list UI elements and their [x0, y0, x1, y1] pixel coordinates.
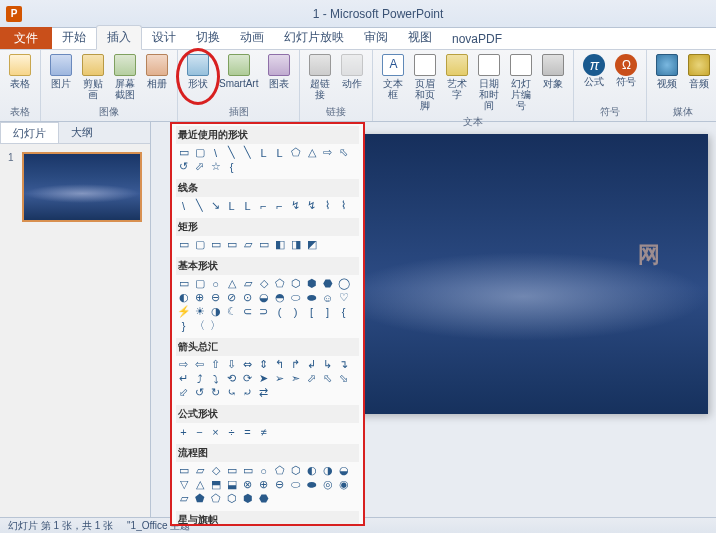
album-button[interactable]: 相册 [141, 52, 173, 103]
shape-option[interactable]: ⇔ [240, 358, 255, 371]
tab-file[interactable]: 文件 [0, 27, 52, 49]
shape-option[interactable]: ⬒ [208, 478, 223, 491]
shape-option[interactable]: ⬬ [304, 478, 319, 491]
shape-option[interactable]: ↴ [336, 358, 351, 371]
shape-option[interactable]: ⊂ [240, 305, 255, 318]
shape-option[interactable]: ◒ [256, 291, 271, 304]
shape-option[interactable]: ▭ [176, 238, 191, 251]
shape-option[interactable]: ☀ [192, 305, 207, 318]
shape-option[interactable]: { [336, 305, 351, 318]
shape-option[interactable]: ⬠ [288, 146, 303, 159]
shape-option[interactable]: ⇦ [192, 358, 207, 371]
shape-option[interactable]: ↰ [272, 358, 287, 371]
tab-transitions[interactable]: 切换 [186, 26, 230, 49]
shape-option[interactable]: ⬬ [304, 291, 319, 304]
shape-option[interactable]: ◒ [336, 464, 351, 477]
slidenum-button[interactable]: 幻灯片编号 [505, 52, 537, 113]
shape-option[interactable]: + [176, 425, 191, 438]
shape-option[interactable]: ⚡ [176, 305, 191, 318]
tab-slideshow[interactable]: 幻灯片放映 [274, 26, 354, 49]
shape-option[interactable]: ⬠ [272, 277, 287, 290]
shape-option[interactable]: L [272, 146, 287, 159]
shape-option[interactable]: ↘ [208, 199, 223, 212]
shape-option[interactable]: ⬟ [192, 492, 207, 505]
shape-option[interactable]: \ [208, 146, 223, 159]
shape-option[interactable]: = [240, 425, 255, 438]
shape-option[interactable]: △ [224, 277, 239, 290]
shape-option[interactable]: ⊖ [208, 291, 223, 304]
shape-option[interactable]: ◓ [272, 291, 287, 304]
shape-option[interactable]: ≠ [256, 425, 271, 438]
screenshot-button[interactable]: 屏幕截图 [109, 52, 141, 103]
shapes-dropdown-panel[interactable]: 最近使用的形状▭▢\╲╲LL⬠△⇨⬁↺⬀☆{线条\╲↘LL⌐⌐↯↯⌇⌇矩形▭▢▭… [170, 122, 365, 526]
shape-option[interactable]: ↳ [320, 358, 335, 371]
shape-option[interactable]: L [256, 146, 271, 159]
shape-option[interactable]: ÷ [224, 425, 239, 438]
shape-option[interactable]: ⬡ [288, 277, 303, 290]
shape-option[interactable]: ➣ [288, 372, 303, 385]
shape-option[interactable]: ↺ [192, 386, 207, 399]
audio-button[interactable]: 音频 [683, 52, 715, 103]
shape-option[interactable]: ◑ [208, 305, 223, 318]
shape-option[interactable]: ➢ [272, 372, 287, 385]
chart-button[interactable]: 图表 [263, 52, 295, 103]
shape-option[interactable]: ⬂ [336, 372, 351, 385]
shape-option[interactable]: ☆ [208, 160, 223, 173]
shape-option[interactable]: ) [288, 305, 303, 318]
side-tab-outline[interactable]: 大纲 [59, 122, 105, 143]
side-tab-slides[interactable]: 幻灯片 [0, 122, 59, 143]
shape-option[interactable]: ⟲ [224, 372, 239, 385]
shape-option[interactable]: ⊕ [192, 291, 207, 304]
shape-option[interactable]: } [176, 319, 191, 332]
shape-option[interactable]: 〉 [208, 319, 223, 332]
shape-option[interactable]: ◩ [304, 238, 319, 251]
shape-option[interactable]: ⬠ [208, 492, 223, 505]
shape-option[interactable]: ☺ [320, 291, 335, 304]
shape-option[interactable]: ↻ [208, 386, 223, 399]
shape-option[interactable]: ⤴ [192, 372, 207, 385]
shape-option[interactable]: ▭ [256, 238, 271, 251]
shape-option[interactable]: ↵ [176, 372, 191, 385]
shape-option[interactable]: ◉ [336, 478, 351, 491]
shape-option[interactable]: ◎ [320, 478, 335, 491]
shape-option[interactable]: ▱ [176, 492, 191, 505]
shape-option[interactable]: L [224, 199, 239, 212]
shape-option[interactable]: ▽ [176, 478, 191, 491]
shape-option[interactable]: ⬁ [320, 372, 335, 385]
shape-option[interactable]: ⊕ [256, 478, 271, 491]
shape-option[interactable]: ◇ [208, 464, 223, 477]
shapes-button[interactable]: 形状 [182, 52, 214, 103]
shape-option[interactable]: ▭ [224, 464, 239, 477]
shape-option[interactable]: ▭ [176, 464, 191, 477]
symbol-button[interactable]: Ω符号 [610, 52, 642, 103]
shape-option[interactable]: ○ [256, 464, 271, 477]
slide-thumbnail-1[interactable]: 1 [8, 152, 142, 222]
shape-option[interactable]: ╲ [224, 146, 239, 159]
shape-option[interactable]: ⬃ [176, 386, 191, 399]
shape-option[interactable]: ⇕ [256, 358, 271, 371]
shape-option[interactable]: ⇧ [208, 358, 223, 371]
shape-option[interactable]: ⌐ [256, 199, 271, 212]
shape-option[interactable]: ⬭ [288, 478, 303, 491]
shape-option[interactable]: ♡ [336, 291, 351, 304]
shape-option[interactable]: ⬡ [288, 464, 303, 477]
textbox-button[interactable]: 文本框 [377, 52, 409, 113]
shape-option[interactable]: ▭ [208, 238, 223, 251]
shape-option[interactable]: ▱ [240, 238, 255, 251]
shape-option[interactable]: ⌇ [320, 199, 335, 212]
shape-option[interactable]: { [224, 160, 239, 173]
shape-option[interactable]: ▭ [224, 238, 239, 251]
image-button[interactable]: 图片 [45, 52, 77, 103]
table-button[interactable]: 表格 [4, 52, 36, 103]
shape-option[interactable]: ▢ [192, 238, 207, 251]
shape-option[interactable]: ⊙ [240, 291, 255, 304]
tab-home[interactable]: 开始 [52, 26, 96, 49]
shape-option[interactable]: ⤵ [208, 372, 223, 385]
shape-option[interactable]: ⬓ [224, 478, 239, 491]
shape-option[interactable]: ↺ [176, 160, 191, 173]
shape-option[interactable]: △ [304, 146, 319, 159]
shape-option[interactable]: × [208, 425, 223, 438]
wordart-button[interactable]: 艺术字 [441, 52, 473, 113]
object-button[interactable]: 对象 [537, 52, 569, 113]
shape-option[interactable]: ⬀ [304, 372, 319, 385]
